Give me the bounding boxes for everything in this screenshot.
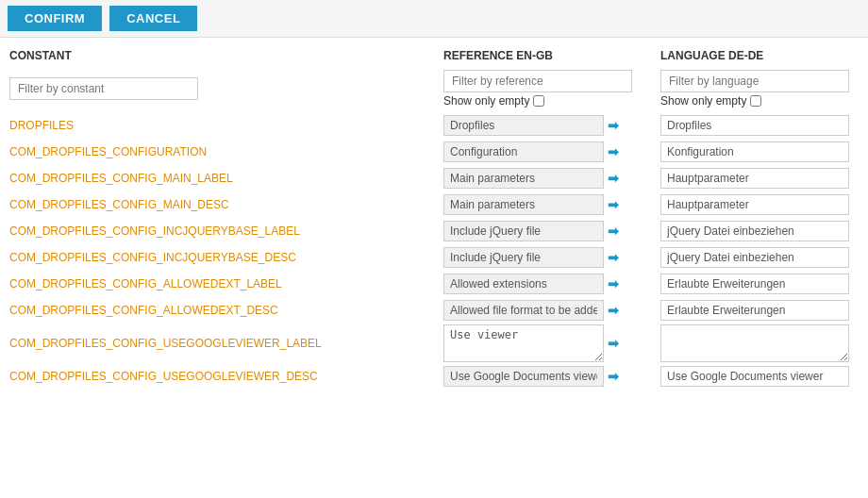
- language-cell: [660, 364, 868, 389]
- arrow-icon: ➡: [608, 276, 619, 291]
- reference-cell: ➡: [443, 113, 660, 138]
- language-input[interactable]: [660, 247, 849, 268]
- arrow-icon: ➡: [608, 118, 619, 133]
- language-cell: [660, 272, 868, 296]
- language-input[interactable]: [660, 115, 849, 136]
- constant-cell[interactable]: DROPFILES: [9, 113, 443, 138]
- reference-cell: ➡: [443, 192, 660, 217]
- constant-link[interactable]: COM_DROPFILES_CONFIGURATION: [9, 145, 207, 158]
- language-filter-group: Show only empty: [660, 70, 868, 108]
- reference-input[interactable]: [443, 247, 604, 268]
- reference-show-empty-checkbox[interactable]: [533, 95, 544, 107]
- reference-cell: ➡: [443, 272, 660, 296]
- language-cell: [660, 298, 868, 323]
- arrow-icon: ➡: [608, 369, 619, 384]
- reference-input[interactable]: [443, 115, 604, 136]
- arrow-icon: ➡: [608, 250, 619, 265]
- language-input[interactable]: [660, 366, 849, 387]
- table-row: COM_DROPFILES_CONFIGURATION➡: [9, 140, 859, 164]
- reference-filter-input[interactable]: [443, 70, 632, 92]
- arrow-icon: ➡: [608, 144, 619, 159]
- arrow-icon: ➡: [608, 224, 619, 239]
- constant-link[interactable]: COM_DROPFILES_CONFIG_INCJQUERYBASE_LABEL: [9, 224, 300, 238]
- table-row: COM_DROPFILES_CONFIG_INCJQUERYBASE_LABEL…: [9, 219, 859, 243]
- reference-input[interactable]: [443, 274, 604, 294]
- constant-link[interactable]: COM_DROPFILES_CONFIG_USEGOOGLEVIEWER_LAB…: [9, 337, 322, 350]
- language-show-empty: Show only empty: [660, 94, 868, 108]
- reference-cell: Use viewer➡: [443, 324, 660, 362]
- language-textarea[interactable]: [660, 324, 849, 362]
- language-cell: [660, 140, 868, 164]
- table-row: COM_DROPFILES_CONFIG_USEGOOGLEVIEWER_DES…: [9, 364, 859, 389]
- reference-cell: ➡: [443, 219, 660, 243]
- constant-link[interactable]: DROPFILES: [9, 119, 74, 132]
- reference-input[interactable]: [443, 221, 604, 241]
- language-cell: [660, 192, 868, 217]
- filter-row: Show only empty Show only empty: [9, 70, 859, 108]
- constant-link[interactable]: COM_DROPFILES_CONFIG_MAIN_DESC: [9, 198, 229, 211]
- constant-cell[interactable]: COM_DROPFILES_CONFIG_MAIN_LABEL: [9, 166, 443, 191]
- cancel-button[interactable]: CANCEL: [109, 6, 197, 31]
- constant-column-header: CONSTANT: [9, 47, 443, 64]
- language-input[interactable]: [660, 274, 849, 294]
- language-cell: [660, 219, 868, 243]
- column-headers: CONSTANT REFERENCE EN-GB LANGUAGE DE-DE: [9, 47, 859, 64]
- reference-show-empty: Show only empty: [443, 94, 660, 108]
- reference-cell: ➡: [443, 140, 660, 164]
- table-row: COM_DROPFILES_CONFIG_ALLOWEDEXT_DESC➡: [9, 298, 859, 323]
- reference-input[interactable]: [443, 168, 604, 189]
- language-cell: [660, 166, 868, 191]
- language-input[interactable]: [660, 168, 849, 189]
- reference-filter-group: Show only empty: [443, 70, 660, 108]
- arrow-icon: ➡: [608, 197, 619, 212]
- confirm-button[interactable]: CONFIRM: [8, 6, 102, 31]
- constant-link[interactable]: COM_DROPFILES_CONFIG_ALLOWEDEXT_DESC: [9, 304, 278, 317]
- constant-cell[interactable]: COM_DROPFILES_CONFIG_USEGOOGLEVIEWER_DES…: [9, 364, 443, 389]
- reference-input[interactable]: [443, 194, 604, 215]
- data-rows: DROPFILES➡COM_DROPFILES_CONFIGURATION➡CO…: [9, 113, 859, 389]
- reference-show-empty-label: Show only empty: [443, 94, 529, 108]
- arrow-icon: ➡: [608, 336, 619, 351]
- language-show-empty-label: Show only empty: [660, 94, 746, 108]
- table-row: COM_DROPFILES_CONFIG_INCJQUERYBASE_DESC➡: [9, 245, 859, 270]
- constant-cell[interactable]: COM_DROPFILES_CONFIG_INCJQUERYBASE_LABEL: [9, 219, 443, 243]
- constant-cell[interactable]: COM_DROPFILES_CONFIG_INCJQUERYBASE_DESC: [9, 245, 443, 270]
- language-column-header: LANGUAGE DE-DE: [660, 47, 868, 64]
- table-row: COM_DROPFILES_CONFIG_MAIN_DESC➡: [9, 192, 859, 217]
- toolbar: CONFIRM CANCEL: [0, 0, 868, 38]
- table-row: COM_DROPFILES_CONFIG_USEGOOGLEVIEWER_LAB…: [9, 324, 859, 362]
- constant-link[interactable]: COM_DROPFILES_CONFIG_MAIN_LABEL: [9, 172, 233, 185]
- reference-input[interactable]: [443, 366, 604, 387]
- table-row: DROPFILES➡: [9, 113, 859, 138]
- language-input[interactable]: [660, 300, 849, 321]
- constant-link[interactable]: COM_DROPFILES_CONFIG_USEGOOGLEVIEWER_DES…: [9, 370, 318, 383]
- constant-cell[interactable]: COM_DROPFILES_CONFIG_ALLOWEDEXT_LABEL: [9, 272, 443, 296]
- constant-link[interactable]: COM_DROPFILES_CONFIG_INCJQUERYBASE_DESC: [9, 251, 296, 264]
- table-row: COM_DROPFILES_CONFIG_ALLOWEDEXT_LABEL➡: [9, 272, 859, 296]
- language-show-empty-checkbox[interactable]: [750, 95, 761, 107]
- constant-cell[interactable]: COM_DROPFILES_CONFIG_USEGOOGLEVIEWER_LAB…: [9, 324, 443, 362]
- language-cell: [660, 324, 868, 362]
- reference-column-header: REFERENCE EN-GB: [443, 47, 660, 64]
- language-cell: [660, 113, 868, 138]
- reference-cell: ➡: [443, 245, 660, 270]
- reference-input[interactable]: [443, 300, 604, 321]
- constant-link[interactable]: COM_DROPFILES_CONFIG_ALLOWEDEXT_LABEL: [9, 277, 282, 290]
- constant-cell[interactable]: COM_DROPFILES_CONFIG_ALLOWEDEXT_DESC: [9, 298, 443, 323]
- constant-cell[interactable]: COM_DROPFILES_CONFIGURATION: [9, 140, 443, 164]
- arrow-icon: ➡: [608, 171, 619, 186]
- reference-cell: ➡: [443, 166, 660, 191]
- constant-cell[interactable]: COM_DROPFILES_CONFIG_MAIN_DESC: [9, 192, 443, 217]
- language-input[interactable]: [660, 141, 849, 162]
- reference-input[interactable]: [443, 141, 604, 162]
- language-input[interactable]: [660, 194, 849, 215]
- language-input[interactable]: [660, 221, 849, 241]
- table-row: COM_DROPFILES_CONFIG_MAIN_LABEL➡: [9, 166, 859, 191]
- arrow-icon: ➡: [608, 303, 619, 318]
- language-filter-input[interactable]: [660, 70, 849, 92]
- reference-cell: ➡: [443, 298, 660, 323]
- language-cell: [660, 245, 868, 270]
- reference-textarea[interactable]: Use viewer: [443, 324, 604, 362]
- main-container: CONSTANT REFERENCE EN-GB LANGUAGE DE-DE …: [0, 38, 868, 389]
- constant-filter-input[interactable]: [9, 77, 198, 100]
